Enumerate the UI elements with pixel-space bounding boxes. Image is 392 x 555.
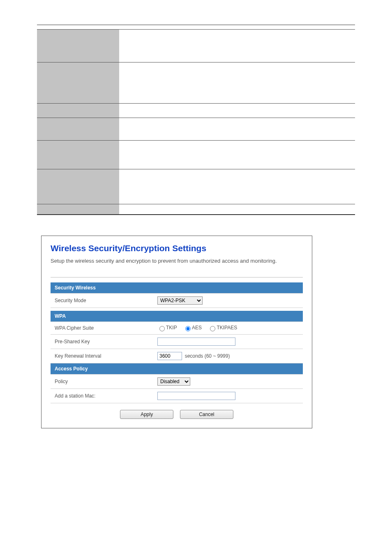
upper-row-3-value bbox=[119, 104, 355, 118]
panel-title: Wireless Security/Encryption Settings bbox=[51, 243, 303, 253]
upper-row-1-value bbox=[119, 30, 355, 62]
wpa-cipher-radio-group: TKIP AES TKIPAES bbox=[157, 325, 242, 331]
cipher-tkip-label[interactable]: TKIP bbox=[157, 325, 177, 331]
key-renewal-suffix: seconds (60 ~ 9999) bbox=[185, 353, 230, 359]
add-mac-label: Add a station Mac: bbox=[51, 389, 153, 403]
wireless-security-panel: Wireless Security/Encryption Settings Se… bbox=[41, 236, 312, 429]
upper-row-1-label bbox=[37, 30, 119, 62]
add-mac-input[interactable] bbox=[157, 392, 235, 400]
security-mode-select[interactable]: WPA2-PSK bbox=[157, 296, 203, 305]
upper-row-3-label bbox=[37, 104, 119, 118]
policy-label: Policy bbox=[51, 375, 153, 389]
upper-row-6-value bbox=[119, 169, 355, 204]
key-renewal-input[interactable] bbox=[157, 352, 182, 360]
upper-row-7-value bbox=[119, 204, 355, 215]
key-renewal-label: Key Renewal Interval bbox=[51, 349, 153, 363]
upper-row-4-label bbox=[37, 118, 119, 141]
cipher-aes-label[interactable]: AES bbox=[183, 325, 202, 331]
cipher-tkip-radio[interactable] bbox=[159, 326, 165, 331]
page-top-rule bbox=[37, 25, 355, 25]
psk-input[interactable] bbox=[157, 338, 235, 346]
upper-row-6-label bbox=[37, 169, 119, 204]
section-security-wireless: Security Wireless bbox=[51, 282, 303, 294]
upper-row-4-value bbox=[119, 118, 355, 141]
psk-label: Pre-Shared Key bbox=[51, 335, 153, 349]
policy-select[interactable]: Disabled bbox=[157, 377, 190, 386]
panel-description: Setup the wireless security and encrypti… bbox=[51, 257, 303, 265]
wpa-cipher-label: WPA Cipher Suite bbox=[51, 322, 153, 335]
upper-row-5-label bbox=[37, 141, 119, 169]
cipher-aes-text: AES bbox=[192, 325, 202, 331]
section-wpa: WPA bbox=[51, 311, 303, 322]
upper-row-2-label bbox=[37, 62, 119, 104]
cancel-button[interactable]: Cancel bbox=[180, 410, 233, 419]
upper-row-7-label bbox=[37, 204, 119, 215]
security-mode-label: Security Mode bbox=[51, 293, 153, 308]
settings-form-table: Security Wireless Security Mode WPA2-PSK… bbox=[51, 282, 303, 404]
cipher-tkipaes-label[interactable]: TKIPAES bbox=[208, 325, 237, 331]
button-row: Apply Cancel bbox=[51, 403, 303, 419]
upper-row-5-value bbox=[119, 141, 355, 169]
panel-divider bbox=[51, 277, 303, 278]
cipher-tkipaes-radio[interactable] bbox=[210, 326, 215, 331]
section-access-policy: Access Policy bbox=[51, 363, 303, 375]
upper-settings-table bbox=[37, 29, 355, 215]
cipher-tkip-text: TKIP bbox=[166, 325, 177, 331]
cipher-tkipaes-text: TKIPAES bbox=[217, 325, 237, 331]
apply-button[interactable]: Apply bbox=[120, 410, 173, 419]
cipher-aes-radio[interactable] bbox=[185, 326, 191, 331]
upper-row-2-value bbox=[119, 62, 355, 104]
